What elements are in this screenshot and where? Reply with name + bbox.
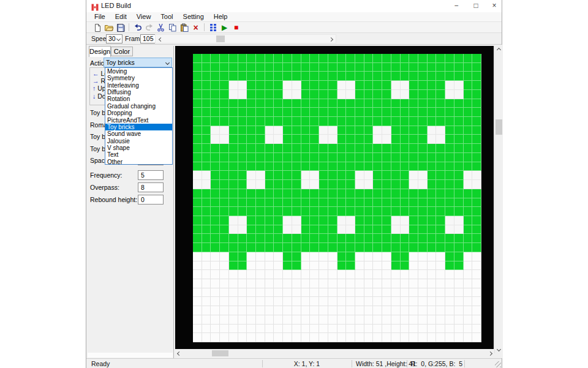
led-cell[interactable] [310, 279, 319, 288]
led-cell[interactable] [346, 144, 355, 153]
led-cell[interactable] [391, 234, 401, 243]
led-cell[interactable] [211, 81, 220, 90]
led-cell[interactable] [472, 63, 481, 72]
led-cell[interactable] [464, 234, 473, 243]
tab-color[interactable]: Color [111, 47, 133, 56]
led-cell[interactable] [238, 333, 247, 342]
led-cell[interactable] [229, 297, 238, 306]
led-cell[interactable] [265, 189, 274, 198]
led-cell[interactable] [364, 99, 374, 108]
led-cell[interactable] [364, 288, 374, 298]
led-cell[interactable] [445, 225, 454, 235]
led-cell[interactable] [337, 279, 347, 288]
led-cell[interactable] [418, 117, 428, 126]
led-cell[interactable] [464, 126, 473, 135]
led-grid-button[interactable] [207, 23, 219, 32]
led-cell[interactable] [220, 153, 229, 162]
led-cell[interactable] [445, 325, 454, 334]
led-cell[interactable] [346, 108, 355, 117]
led-cell[interactable] [355, 54, 364, 63]
led-cell[interactable] [229, 72, 238, 81]
led-cell[interactable] [373, 315, 382, 325]
led-cell[interactable] [283, 270, 292, 279]
led-cell[interactable] [445, 108, 454, 117]
led-cell[interactable] [418, 135, 428, 144]
led-cell[interactable] [418, 216, 428, 225]
led-cell[interactable] [418, 333, 428, 342]
led-cell[interactable] [346, 135, 355, 144]
led-cell[interactable] [428, 99, 437, 108]
led-cell[interactable] [464, 252, 473, 261]
led-cell[interactable] [346, 153, 355, 162]
led-cell[interactable] [256, 234, 265, 243]
led-cell[interactable] [346, 333, 355, 342]
led-cell[interactable] [274, 63, 283, 72]
led-cell[interactable] [445, 252, 454, 261]
led-cell[interactable] [382, 243, 391, 252]
led-cell[interactable] [454, 288, 464, 298]
led-cell[interactable] [247, 189, 256, 198]
led-cell[interactable] [193, 90, 202, 99]
led-cell[interactable] [409, 180, 418, 189]
led-cell[interactable] [229, 162, 238, 171]
dropdown-option[interactable]: Toy bricks [105, 124, 172, 130]
led-cell[interactable] [220, 261, 229, 271]
led-cell[interactable] [193, 270, 202, 279]
led-cell[interactable] [328, 99, 337, 108]
led-cell[interactable] [391, 297, 401, 306]
led-cell[interactable] [382, 90, 391, 99]
dropdown-option[interactable]: Symmetry [105, 75, 172, 81]
led-cell[interactable] [472, 99, 481, 108]
led-cell[interactable] [373, 288, 382, 298]
led-cell[interactable] [364, 54, 374, 63]
led-cell[interactable] [364, 252, 374, 261]
led-cell[interactable] [220, 171, 229, 180]
led-cell[interactable] [418, 270, 428, 279]
dropdown-option[interactable]: V shape [105, 145, 172, 151]
led-cell[interactable] [265, 315, 274, 325]
menu-item-help[interactable]: Help [209, 12, 233, 21]
led-cell[interactable] [274, 90, 283, 99]
led-cell[interactable] [274, 189, 283, 198]
led-cell[interactable] [409, 117, 418, 126]
led-cell[interactable] [436, 81, 445, 90]
led-cell[interactable] [283, 180, 292, 189]
led-cell[interactable] [373, 72, 382, 81]
led-cell[interactable] [464, 117, 473, 126]
led-cell[interactable] [436, 171, 445, 180]
led-cell[interactable] [409, 144, 418, 153]
led-cell[interactable] [310, 333, 319, 342]
led-cell[interactable] [238, 189, 247, 198]
led-cell[interactable] [382, 297, 391, 306]
led-cell[interactable] [401, 126, 410, 135]
led-cell[interactable] [409, 261, 418, 271]
led-cell[interactable] [373, 279, 382, 288]
led-cell[interactable] [337, 135, 347, 144]
led-cell[interactable] [436, 207, 445, 216]
led-cell[interactable] [193, 189, 202, 198]
led-cell[interactable] [328, 261, 337, 271]
led-cell[interactable] [472, 144, 481, 153]
led-cell[interactable] [382, 234, 391, 243]
led-cell[interactable] [265, 297, 274, 306]
led-cell[interactable] [418, 180, 428, 189]
led-cell[interactable] [436, 216, 445, 225]
led-cell[interactable] [436, 270, 445, 279]
led-cell[interactable] [238, 243, 247, 252]
led-cell[interactable] [283, 252, 292, 261]
led-cell[interactable] [238, 171, 247, 180]
led-cell[interactable] [355, 279, 364, 288]
led-cell[interactable] [301, 72, 311, 81]
led-cell[interactable] [346, 81, 355, 90]
led-cell[interactable] [418, 63, 428, 72]
led-cell[interactable] [274, 243, 283, 252]
led-cell[interactable] [391, 153, 401, 162]
led-cell[interactable] [337, 54, 347, 63]
slider-left-icon[interactable] [157, 37, 164, 42]
led-cell[interactable] [211, 252, 220, 261]
led-cell[interactable] [355, 117, 364, 126]
led-cell[interactable] [428, 261, 437, 271]
led-cell[interactable] [256, 243, 265, 252]
led-cell[interactable] [418, 54, 428, 63]
led-cell[interactable] [401, 90, 410, 99]
